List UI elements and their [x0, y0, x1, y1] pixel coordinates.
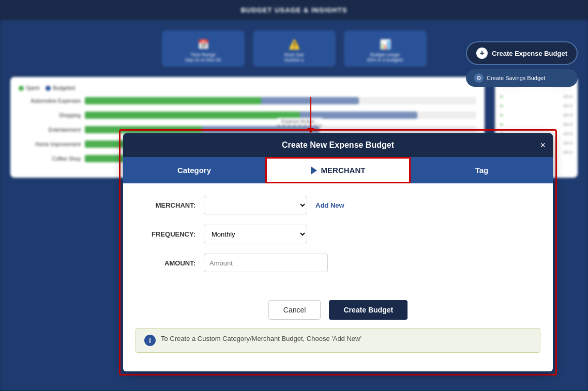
modal-close-button[interactable]: × — [540, 140, 546, 151]
create-expense-budget-button[interactable]: + Create Expense Budget — [466, 41, 578, 65]
info-icon: i — [144, 335, 156, 346]
form-row-amount: AMOUNT: — [144, 254, 532, 272]
gear-icon: ⚙ — [474, 73, 484, 83]
add-new-link[interactable]: Add New — [315, 201, 344, 209]
play-icon — [311, 166, 317, 175]
tab-tag[interactable]: Tag — [411, 157, 553, 183]
create-budget-button[interactable]: Create Budget — [329, 300, 408, 320]
create-savings-budget-button[interactable]: ⚙ Create Savings Budget — [466, 69, 578, 87]
frequency-select[interactable]: Monthly Daily Weekly Yearly — [204, 225, 307, 243]
bg-stat-card-2: 📊 Budget Usage65% in 9 budgets — [344, 30, 427, 67]
modal-header: Create New Expense Budget × — [123, 133, 553, 157]
form-row-merchant: MERCHANT: Add New — [144, 196, 532, 214]
cancel-button[interactable]: Cancel — [268, 300, 321, 320]
modal-info-text: To Create a Custom Category/Merchant Bud… — [161, 335, 361, 342]
modal-title: Create New Expense Budget — [282, 140, 394, 149]
plus-icon: + — [476, 48, 488, 59]
modal-actions: Cancel Create Budget — [123, 300, 553, 320]
bg-header: BUDGET USAGE & INSIGHTS — [0, 0, 588, 20]
modal-tabs: Category MERCHANT Tag — [123, 157, 553, 183]
merchant-select[interactable] — [204, 196, 307, 214]
top-right-buttons: + Create Expense Budget ⚙ Create Savings… — [466, 41, 578, 87]
form-row-frequency: FREQUENCY: Monthly Daily Weekly Yearly — [144, 225, 532, 243]
bg-stat-card-1: ⚠️ Must SeeSuction-u — [253, 30, 336, 67]
bar-row-1: Shopping — [19, 112, 476, 119]
modal-container: Create New Expense Budget × Category MER… — [123, 133, 553, 371]
modal-body: MERCHANT: Add New FREQUENCY: Monthly Dai… — [123, 183, 553, 295]
amount-input[interactable] — [204, 254, 328, 272]
arrow-head — [307, 128, 314, 133]
amount-label: AMOUNT: — [144, 259, 195, 267]
bg-stat-card-0: 📅 Time RangeSep 01 to Nov 05 — [162, 30, 245, 67]
merchant-label: MERCHANT: — [144, 201, 195, 209]
bar-row-2: Entertainment — [19, 126, 476, 133]
frequency-label: FREQUENCY: — [144, 230, 195, 238]
modal-info: i To Create a Custom Category/Merchant B… — [135, 328, 540, 353]
bar-row-0: Automotive Expenses — [19, 97, 476, 104]
tab-merchant[interactable]: MERCHANT — [265, 157, 411, 183]
arrow-line — [310, 97, 311, 129]
tab-category[interactable]: Category — [123, 157, 265, 183]
